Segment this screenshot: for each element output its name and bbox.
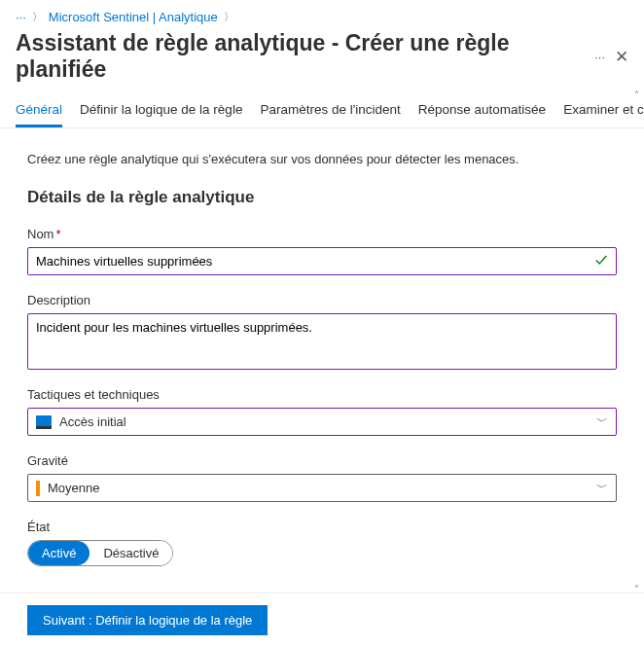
name-label: Nom* (27, 227, 617, 241)
close-icon[interactable]: ✕ (615, 47, 628, 67)
chevron-down-icon: ﹀ (596, 480, 608, 496)
tactic-icon (36, 415, 52, 429)
description-label: Description (27, 293, 617, 307)
tactics-value: Accès initial (59, 414, 126, 429)
tactics-label: Tactiques et techniques (27, 387, 617, 402)
tab-automated-response[interactable]: Réponse automatisée (418, 92, 546, 127)
content-area: Créez une règle analytique qui s'exécute… (0, 128, 644, 610)
status-off[interactable]: Désactivé (89, 541, 172, 565)
check-icon (594, 253, 608, 270)
chevron-down-icon: ﹀ (596, 413, 608, 430)
scrollbar[interactable]: ˄ ˅ (630, 90, 642, 594)
status-on[interactable]: Activé (28, 541, 89, 565)
breadcrumb-overflow[interactable]: ··· (16, 10, 26, 24)
page-title: Assistant de règle analytique - Créer un… (16, 30, 594, 83)
description-input-wrap (27, 313, 617, 370)
required-marker: * (55, 227, 60, 241)
next-button[interactable]: Suivant : Définir la logique de la règle (27, 605, 268, 635)
scroll-up-icon[interactable]: ˄ (634, 90, 639, 100)
field-name: Nom* (27, 227, 617, 275)
name-input-wrap (27, 247, 617, 275)
field-status: État Activé Désactivé (27, 520, 617, 566)
chevron-right-icon: 〉 (224, 10, 234, 24)
section-title: Détails de la règle analytique (27, 188, 617, 207)
tab-incident-settings[interactable]: Paramètres de l'incident (260, 92, 400, 127)
status-label: État (27, 520, 617, 534)
severity-value: Moyenne (48, 481, 99, 495)
severity-color-icon (36, 481, 40, 496)
severity-label: Gravité (27, 453, 617, 468)
severity-select[interactable]: Moyenne ﹀ (27, 474, 617, 502)
status-toggle[interactable]: Activé Désactivé (27, 540, 173, 566)
more-icon[interactable]: ··· (594, 50, 605, 64)
field-description: Description (27, 293, 617, 370)
footer: Suivant : Définir la logique de la règle (0, 593, 644, 647)
intro-text: Créez une règle analytique qui s'exécute… (27, 152, 617, 166)
tab-general[interactable]: Général (16, 92, 62, 127)
breadcrumb: ··· 〉 Microsoft Sentinel | Analytique 〉 (0, 0, 644, 28)
tab-rule-logic[interactable]: Définir la logique de la règle (80, 92, 242, 127)
description-input[interactable] (28, 314, 616, 369)
breadcrumb-link[interactable]: Microsoft Sentinel | Analytique (49, 10, 218, 24)
field-severity: Gravité Moyenne ﹀ (27, 453, 617, 502)
chevron-right-icon: 〉 (32, 10, 43, 24)
field-tactics: Tactiques et techniques Accès initial ﹀ (27, 387, 617, 436)
page-header: Assistant de règle analytique - Créer un… (0, 28, 644, 92)
tabs: Général Définir la logique de la règle P… (0, 92, 644, 128)
name-input[interactable] (28, 248, 616, 274)
tactics-select[interactable]: Accès initial ﹀ (27, 408, 617, 436)
